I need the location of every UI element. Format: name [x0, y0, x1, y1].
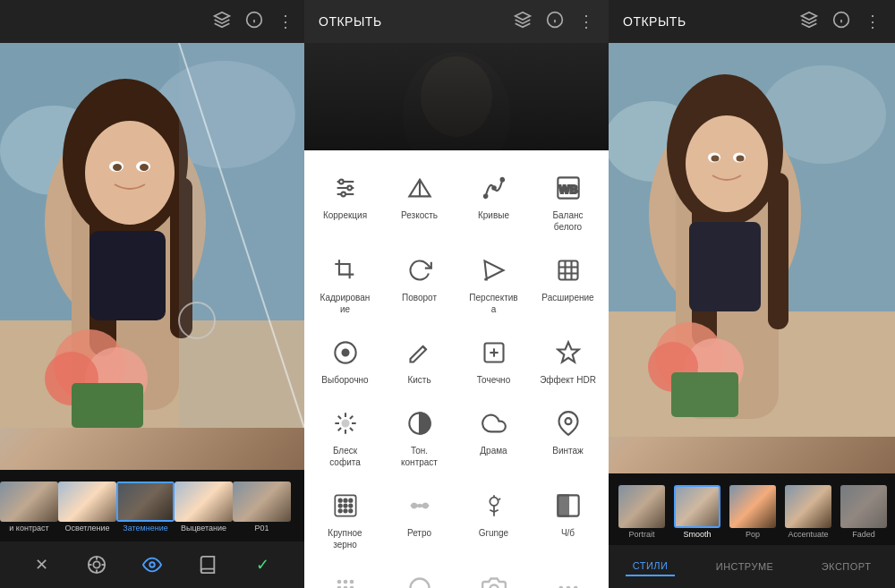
- svg-line-74: [499, 499, 500, 500]
- svg-point-64: [344, 499, 347, 502]
- left-more-icon[interactable]: ⋮: [277, 12, 294, 31]
- menu-item-sharpness[interactable]: Резкость: [386, 165, 453, 240]
- strip-item-vycvetanie[interactable]: Выцветание: [175, 479, 233, 533]
- svg-point-70: [344, 509, 347, 513]
- menu-item-bw[interactable]: Ч/б: [534, 482, 601, 558]
- svg-point-47: [483, 195, 487, 199]
- svg-text:WB: WB: [558, 183, 577, 196]
- svg-point-43: [347, 186, 352, 191]
- right-header: ОТКРЫТЬ ⋮: [609, 0, 895, 43]
- menu-item-wb[interactable]: WB Баланс белого: [534, 165, 601, 240]
- right-tab-styles[interactable]: СТИЛИ: [626, 557, 676, 576]
- left-info-icon[interactable]: [245, 11, 263, 33]
- strip-item-p01[interactable]: P01: [233, 479, 291, 533]
- svg-point-59: [342, 421, 348, 427]
- menu-item-more1[interactable]: [311, 565, 379, 588]
- strip-item-contrast[interactable]: и контраст: [0, 479, 58, 533]
- svg-rect-17: [90, 231, 166, 320]
- menu-item-more4[interactable]: [534, 565, 601, 588]
- target-icon[interactable]: [81, 549, 113, 581]
- middle-photo-preview: [304, 43, 609, 150]
- svg-point-48: [492, 186, 496, 190]
- svg-point-89: [410, 579, 429, 589]
- right-header-title: ОТКРЫТЬ: [623, 14, 686, 29]
- svg-point-12: [85, 121, 175, 225]
- close-button[interactable]: ✕: [26, 549, 58, 581]
- book-icon[interactable]: [192, 549, 224, 581]
- sparkle-icon: [329, 407, 362, 439]
- menu-item-grain[interactable]: Крупное зерно: [311, 482, 379, 558]
- middle-header-title: ОТКРЫТЬ: [319, 14, 382, 29]
- menu-item-more3[interactable]: [460, 565, 527, 588]
- camera2-icon: [478, 572, 510, 588]
- rotate-icon: [404, 254, 436, 286]
- menu-item-curves[interactable]: Кривые: [460, 165, 527, 240]
- wb-icon: WB: [552, 172, 584, 204]
- right-info-icon[interactable]: [832, 11, 850, 32]
- menu-item-more2[interactable]: [386, 565, 453, 588]
- left-layers-icon[interactable]: [213, 11, 231, 33]
- menu-item-vintage[interactable]: Винтаж: [534, 400, 601, 475]
- svg-rect-23: [179, 43, 304, 428]
- svg-marker-58: [558, 342, 578, 362]
- right-thumb-faded[interactable]: Faded: [838, 481, 890, 539]
- menu-item-spot[interactable]: Точечно: [460, 329, 527, 393]
- svg-point-26: [94, 561, 100, 567]
- menu-item-glitter[interactable]: Блеск софита: [311, 400, 379, 475]
- strip-item-osvetlenie[interactable]: Осветление: [58, 479, 116, 533]
- menu-item-retro[interactable]: Ретро: [386, 482, 453, 558]
- hdr-icon: [552, 337, 584, 369]
- middle-more-icon[interactable]: ⋮: [578, 12, 594, 31]
- menu-item-rotate[interactable]: Поворот: [386, 247, 453, 322]
- eye-icon[interactable]: [136, 549, 168, 581]
- brush-icon: [404, 337, 436, 369]
- left-photo-bg: [0, 43, 304, 428]
- right-more-icon[interactable]: ⋮: [865, 12, 881, 31]
- svg-rect-21: [72, 383, 143, 428]
- cloud-icon: [478, 407, 510, 439]
- svg-point-15: [113, 164, 122, 171]
- svg-point-80: [337, 580, 341, 584]
- svg-point-66: [338, 504, 342, 507]
- curves-icon: [478, 172, 510, 204]
- menu-item-selective[interactable]: Выборочно: [311, 329, 379, 393]
- left-photo-area: [0, 43, 304, 470]
- right-thumb-portrait[interactable]: Portrait: [616, 481, 668, 539]
- right-tab-tools[interactable]: ИНСТРУМЕ: [709, 558, 781, 575]
- menu-item-perspective[interactable]: Перспектив а: [460, 247, 527, 322]
- right-photo-bg: [609, 43, 895, 437]
- svg-point-65: [349, 499, 353, 502]
- menu-item-hdr[interactable]: Эффект HDR: [534, 329, 601, 393]
- right-thumb-pop[interactable]: Pop: [727, 481, 779, 539]
- middle-header-icons: ⋮: [514, 11, 594, 32]
- right-layers-icon[interactable]: [800, 11, 818, 32]
- menu-item-drama[interactable]: Драма: [460, 400, 527, 475]
- svg-point-54: [342, 350, 348, 356]
- spot-icon: [478, 337, 510, 369]
- menu-item-expand[interactable]: Расширение: [534, 247, 601, 322]
- svg-point-71: [349, 509, 353, 513]
- menu-overlay: Коррекция Резкость Кри: [304, 150, 609, 588]
- check-button[interactable]: ✓: [246, 549, 278, 581]
- strip-item-zatemenie[interactable]: Затемнение: [116, 479, 175, 533]
- bw-icon: [552, 490, 584, 522]
- pin-icon: [552, 407, 584, 439]
- menu-item-grunge[interactable]: Grunge: [460, 482, 527, 558]
- menu-item-tone-contrast[interactable]: Тон. контраст: [386, 400, 453, 475]
- svg-point-16: [140, 164, 149, 171]
- right-thumb-accentuate[interactable]: Accentuate: [782, 481, 834, 539]
- grain-icon: [329, 490, 362, 522]
- menu-item-crop[interactable]: Кадрирован ие: [311, 247, 379, 322]
- middle-layers-icon[interactable]: [514, 11, 532, 32]
- svg-point-63: [338, 499, 342, 502]
- left-strip: и контраст Осветление Затемнение Выцвета…: [0, 470, 304, 541]
- svg-point-31: [149, 562, 155, 567]
- menu-item-correction[interactable]: Коррекция: [311, 165, 379, 240]
- right-tab-export[interactable]: ЭКСПОРТ: [814, 558, 879, 575]
- crop-icon: [329, 254, 362, 286]
- menu-item-brush[interactable]: Кисть: [386, 329, 453, 393]
- triangle-icon: [404, 172, 436, 204]
- middle-info-icon[interactable]: [546, 11, 564, 32]
- right-thumb-smooth[interactable]: Smooth: [671, 481, 723, 539]
- right-panel: ОТКРЫТЬ ⋮: [609, 0, 895, 588]
